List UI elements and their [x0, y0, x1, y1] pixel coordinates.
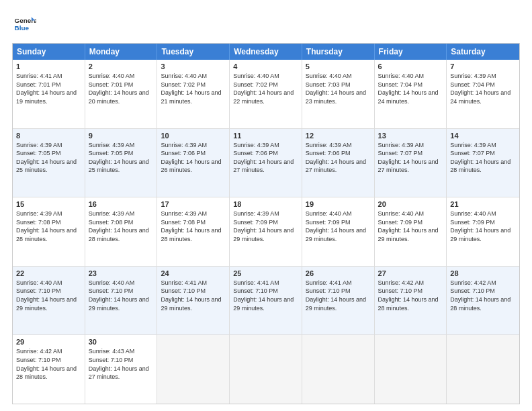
calendar-cell-27: 27Sunrise: 4:42 AMSunset: 7:10 PMDayligh…: [375, 267, 447, 335]
calendar-cell-empty: [375, 335, 447, 404]
calendar-cell-20: 20Sunrise: 4:40 AMSunset: 7:09 PMDayligh…: [375, 197, 447, 266]
calendar-cell-19: 19Sunrise: 4:40 AMSunset: 7:09 PMDayligh…: [302, 197, 375, 266]
calendar-cell-23: 23Sunrise: 4:40 AMSunset: 7:10 PMDayligh…: [85, 267, 158, 335]
calendar-cell-empty: [447, 335, 519, 404]
calendar-cell-16: 16Sunrise: 4:39 AMSunset: 7:08 PMDayligh…: [85, 197, 158, 266]
calendar-cell-7: 7Sunrise: 4:39 AMSunset: 7:04 PMDaylight…: [447, 60, 519, 128]
calendar-cell-17: 17Sunrise: 4:39 AMSunset: 7:08 PMDayligh…: [157, 197, 230, 266]
header-day-sunday: Sunday: [13, 44, 85, 60]
calendar-cell-10: 10Sunrise: 4:39 AMSunset: 7:06 PMDayligh…: [157, 129, 230, 197]
calendar-cell-4: 4Sunrise: 4:40 AMSunset: 7:02 PMDaylight…: [230, 60, 302, 128]
calendar-cell-empty: [157, 335, 230, 404]
page: General Blue SundayMondayTuesdayWednesda…: [0, 0, 532, 411]
header-day-tuesday: Tuesday: [157, 44, 230, 60]
calendar-cell-29: 29Sunrise: 4:42 AMSunset: 7:10 PMDayligh…: [13, 335, 85, 404]
logo-icon: General Blue: [12, 12, 36, 36]
header-day-thursday: Thursday: [302, 44, 375, 60]
logo: General Blue: [12, 12, 36, 36]
calendar-cell-9: 9Sunrise: 4:39 AMSunset: 7:05 PMDaylight…: [85, 129, 158, 197]
calendar-cell-26: 26Sunrise: 4:41 AMSunset: 7:10 PMDayligh…: [302, 267, 375, 335]
calendar-cell-22: 22Sunrise: 4:40 AMSunset: 7:10 PMDayligh…: [13, 267, 85, 335]
calendar-cell-21: 21Sunrise: 4:40 AMSunset: 7:09 PMDayligh…: [447, 197, 519, 266]
calendar-cell-24: 24Sunrise: 4:41 AMSunset: 7:10 PMDayligh…: [157, 267, 230, 335]
header-day-saturday: Saturday: [447, 44, 519, 60]
calendar-cell-14: 14Sunrise: 4:39 AMSunset: 7:07 PMDayligh…: [447, 129, 519, 197]
calendar-cell-5: 5Sunrise: 4:40 AMSunset: 7:03 PMDaylight…: [302, 60, 375, 128]
svg-text:Blue: Blue: [15, 24, 30, 32]
calendar-cell-1: 1Sunrise: 4:41 AMSunset: 7:01 PMDaylight…: [13, 60, 85, 128]
calendar-cell-empty: [302, 335, 375, 404]
calendar-row-1: 8Sunrise: 4:39 AMSunset: 7:05 PMDaylight…: [13, 128, 519, 197]
header-day-wednesday: Wednesday: [230, 44, 302, 60]
calendar-row-2: 15Sunrise: 4:39 AMSunset: 7:08 PMDayligh…: [13, 197, 519, 266]
calendar-cell-3: 3Sunrise: 4:40 AMSunset: 7:02 PMDaylight…: [157, 60, 230, 128]
calendar-cell-8: 8Sunrise: 4:39 AMSunset: 7:05 PMDaylight…: [13, 129, 85, 197]
header-day-monday: Monday: [85, 44, 158, 60]
calendar-row-0: 1Sunrise: 4:41 AMSunset: 7:01 PMDaylight…: [13, 60, 519, 128]
calendar-cell-15: 15Sunrise: 4:39 AMSunset: 7:08 PMDayligh…: [13, 197, 85, 266]
calendar-row-4: 29Sunrise: 4:42 AMSunset: 7:10 PMDayligh…: [13, 334, 519, 404]
calendar-cell-18: 18Sunrise: 4:39 AMSunset: 7:09 PMDayligh…: [230, 197, 302, 266]
calendar-header: SundayMondayTuesdayWednesdayThursdayFrid…: [13, 44, 519, 60]
calendar-cell-11: 11Sunrise: 4:39 AMSunset: 7:06 PMDayligh…: [230, 129, 302, 197]
calendar-cell-13: 13Sunrise: 4:39 AMSunset: 7:07 PMDayligh…: [375, 129, 447, 197]
calendar-cell-6: 6Sunrise: 4:40 AMSunset: 7:04 PMDaylight…: [375, 60, 447, 128]
calendar-row-3: 22Sunrise: 4:40 AMSunset: 7:10 PMDayligh…: [13, 266, 519, 335]
calendar: SundayMondayTuesdayWednesdayThursdayFrid…: [12, 43, 520, 404]
calendar-body: 1Sunrise: 4:41 AMSunset: 7:01 PMDaylight…: [13, 60, 519, 404]
calendar-cell-empty: [230, 335, 302, 404]
calendar-cell-28: 28Sunrise: 4:42 AMSunset: 7:10 PMDayligh…: [447, 267, 519, 335]
calendar-cell-25: 25Sunrise: 4:41 AMSunset: 7:10 PMDayligh…: [230, 267, 302, 335]
header-day-friday: Friday: [375, 44, 447, 60]
header: General Blue: [12, 12, 520, 36]
calendar-cell-12: 12Sunrise: 4:39 AMSunset: 7:06 PMDayligh…: [302, 129, 375, 197]
svg-text:General: General: [15, 17, 36, 24]
calendar-cell-2: 2Sunrise: 4:40 AMSunset: 7:01 PMDaylight…: [85, 60, 158, 128]
calendar-cell-30: 30Sunrise: 4:43 AMSunset: 7:10 PMDayligh…: [85, 335, 158, 404]
